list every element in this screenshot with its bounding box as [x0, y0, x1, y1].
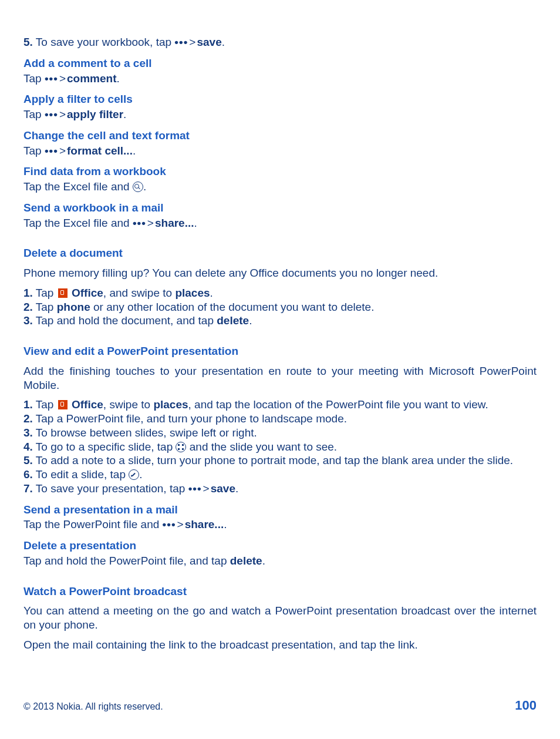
instr-delete-ppt: Tap and hold the PowerPoint file, and ta…: [23, 554, 537, 568]
page-footer: © 2013 Nokia. All rights reserved. 100: [23, 697, 537, 714]
delete-doc-steps: 1. Tap Office, and swipe to places. 2. T…: [23, 286, 537, 328]
instr-send-workbook: Tap the Excel file and > share....: [23, 216, 537, 230]
edit-icon: [129, 469, 139, 480]
heading-delete-ppt: Delete a presentation: [23, 539, 537, 553]
heading-delete-document: Delete a document: [23, 246, 537, 260]
heading-format-cell: Change the cell and text format: [23, 129, 537, 143]
list-item: 5. To add a note to a slide, turn your p…: [23, 454, 537, 468]
broadcast-p1: You can attend a meeting on the go and w…: [23, 604, 537, 632]
step-number: 5.: [23, 36, 33, 48]
list-item: 7. To save your presentation, tap > save…: [23, 482, 537, 496]
step-5-save-workbook: 5. To save your workbook, tap > save.: [23, 35, 537, 49]
view-ppt-intro: Add the finishing touches to your presen…: [23, 364, 537, 392]
list-item: 2. Tap phone or any other location of th…: [23, 300, 537, 314]
list-item: 6. To edit a slide, tap .: [23, 468, 537, 482]
heading-send-workbook: Send a workbook in a mail: [23, 201, 537, 215]
instr-add-comment: Tap > comment.: [23, 72, 537, 86]
list-item: 4. To go to a specific slide, tap and th…: [23, 440, 537, 454]
list-item: 2. Tap a PowerPoint file, and turn your …: [23, 412, 537, 426]
heading-send-ppt: Send a presentation in a mail: [23, 503, 537, 517]
more-dots-icon: [174, 35, 188, 49]
list-item: 3. To browse between slides, swipe left …: [23, 426, 537, 440]
more-dots-icon: [163, 518, 176, 532]
more-dots-icon: [45, 72, 58, 86]
list-item: 3. Tap and hold the document, and tap de…: [23, 314, 537, 328]
instr-format-cell: Tap > format cell....: [23, 144, 537, 158]
more-dots-icon: [45, 144, 58, 158]
heading-broadcast: Watch a PowerPoint broadcast: [23, 585, 537, 599]
broadcast-p2: Open the mail containing the link to the…: [23, 638, 537, 652]
heading-find-data: Find data from a workbook: [23, 164, 537, 179]
list-item: 1. Tap Office, and swipe to places.: [23, 286, 537, 300]
page-number: 100: [515, 697, 537, 714]
view-ppt-steps: 1. Tap Office, swipe to places, and tap …: [23, 398, 537, 495]
heading-add-comment: Add a comment to a cell: [23, 56, 537, 70]
copyright-text: © 2013 Nokia. All rights reserved.: [23, 701, 163, 713]
office-icon: [58, 288, 68, 298]
heading-view-ppt: View and edit a PowerPoint presentation: [23, 344, 537, 358]
instr-apply-filter: Tap > apply filter.: [23, 108, 537, 122]
more-dots-icon: [188, 482, 202, 496]
office-icon: [58, 400, 68, 409]
slides-grid-icon: [176, 442, 186, 452]
instr-send-ppt: Tap the PowerPoint file and > share....: [23, 518, 537, 532]
delete-doc-intro: Phone memory filling up? You can delete …: [23, 266, 537, 280]
more-dots-icon: [133, 216, 146, 230]
search-icon: [133, 182, 143, 192]
more-dots-icon: [45, 108, 58, 122]
heading-apply-filter: Apply a filter to cells: [23, 92, 537, 106]
page-content: 5. To save your workbook, tap > save. Ad…: [23, 35, 537, 652]
instr-find-data: Tap the Excel file and .: [23, 180, 537, 194]
list-item: 1. Tap Office, swipe to places, and tap …: [23, 398, 537, 412]
